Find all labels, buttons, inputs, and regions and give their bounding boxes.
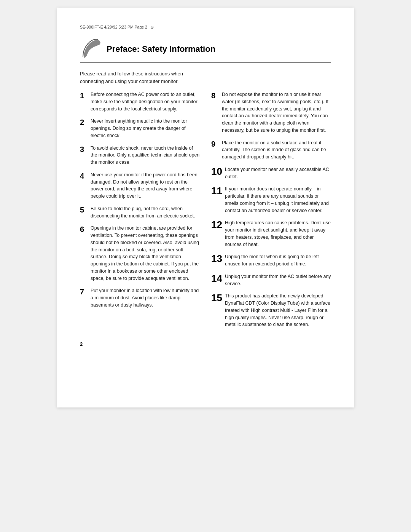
item-number: 15: [211, 292, 225, 304]
list-item: 9Place the monitor on a solid surface an…: [211, 139, 331, 161]
reg-mark-top: ⊕: [150, 25, 154, 29]
list-item: 10Locate your monitor near an easily acc…: [211, 166, 331, 181]
item-text: Openings in the monitor cabinet are prov…: [91, 225, 200, 282]
item-text: Never insert anything metallic into the …: [91, 118, 200, 139]
item-text: Unplug the monitor when it is going to b…: [225, 253, 331, 268]
item-text: Never use your monitor if the power cord…: [91, 171, 200, 200]
item-text: Unplug your monitor from the AC outlet b…: [225, 273, 331, 288]
page-title: Preface: Safety Information: [107, 40, 215, 54]
list-item: 8Do not expose the monitor to rain or us…: [211, 91, 331, 134]
item-number: 5: [80, 205, 91, 214]
list-item: 6Openings in the monitor cabinet are pro…: [80, 225, 200, 282]
page-number: 2: [80, 341, 331, 347]
item-number: 1: [80, 91, 91, 100]
item-number: 8: [211, 91, 222, 100]
item-text: Locate your monitor near an easily acces…: [225, 166, 331, 181]
item-text: High temperatures can cause problems. Do…: [225, 219, 331, 248]
item-text: Before connecting the AC power cord to a…: [91, 91, 200, 112]
right-column: 8Do not expose the monitor to rain or us…: [211, 91, 331, 334]
list-item: 2Never insert anything metallic into the…: [80, 118, 200, 139]
item-text: This product has adopted the newly devel…: [225, 292, 331, 328]
list-item: 13Unplug the monitor when it is going to…: [211, 253, 331, 268]
list-item: 15This product has adopted the newly dev…: [211, 292, 331, 328]
item-number: 4: [80, 171, 91, 181]
list-item: 11If your monitor does not operate norma…: [211, 185, 331, 214]
item-number: 13: [211, 253, 225, 264]
list-item: 4Never use your monitor if the power cor…: [80, 171, 200, 200]
item-number: 2: [80, 118, 91, 127]
content-columns: 1Before connecting the AC power cord to …: [80, 91, 331, 334]
item-number: 12: [211, 219, 225, 230]
item-number: 11: [211, 185, 225, 197]
page-header: Preface: Safety Information: [80, 40, 331, 63]
list-item: 1Before connecting the AC power cord to …: [80, 91, 200, 112]
item-text: Put your monitor in a location with low …: [91, 287, 200, 308]
item-text: Be sure to hold the plug, not the cord, …: [91, 205, 200, 220]
item-number: 7: [80, 287, 91, 296]
list-item: 12High temperatures can cause problems. …: [211, 219, 331, 248]
item-text: Do not expose the monitor to rain or use…: [222, 91, 331, 134]
file-info-bar: SE-900IFT-E 4/29/92 5:23 PM Page 2 ⊕: [80, 23, 331, 31]
file-info-text: SE-900IFT-E 4/29/92 5:23 PM Page 2: [80, 25, 147, 29]
item-text: Place the monitor on a solid surface and…: [222, 139, 331, 161]
logo-icon: [80, 37, 103, 59]
item-number: 14: [211, 273, 225, 284]
left-column: 1Before connecting the AC power cord to …: [80, 91, 200, 334]
list-item: 14Unplug your monitor from the AC outlet…: [211, 273, 331, 288]
list-item: 7Put your monitor in a location with low…: [80, 287, 200, 308]
intro-text: Please read and follow these instruction…: [80, 70, 202, 85]
list-item: 5Be sure to hold the plug, not the cord,…: [80, 205, 200, 220]
list-item: 3To avoid electric shock, never touch th…: [80, 145, 200, 166]
item-number: 3: [80, 145, 91, 154]
item-text: If your monitor does not operate normall…: [225, 185, 331, 214]
page: SE-900IFT-E 4/29/92 5:23 PM Page 2 ⊕ Pre…: [57, 8, 354, 407]
item-text: To avoid electric shock, never touch the…: [91, 145, 200, 166]
item-number: 6: [80, 225, 91, 234]
item-number: 10: [211, 166, 225, 177]
item-number: 9: [211, 139, 222, 149]
